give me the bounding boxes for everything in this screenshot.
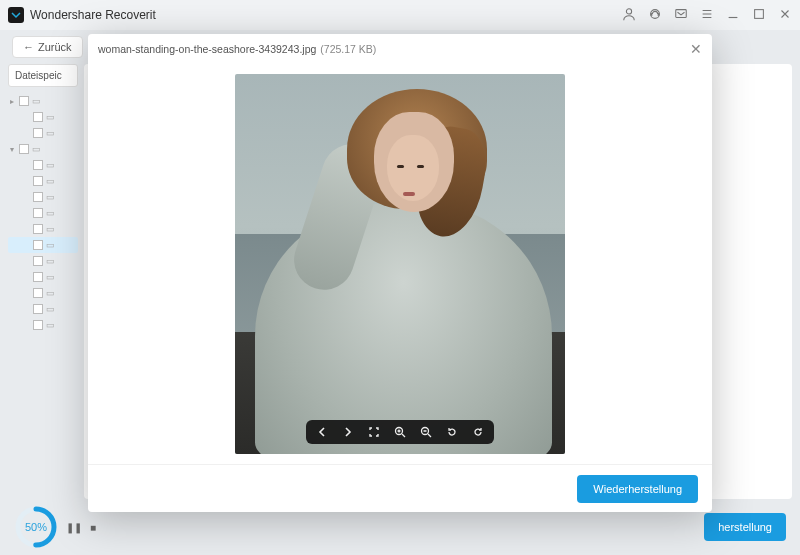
account-icon[interactable] — [622, 7, 636, 24]
feedback-icon[interactable] — [674, 7, 688, 24]
folder-icon: ▭ — [46, 288, 55, 298]
tree-row[interactable]: ▭ — [8, 189, 78, 205]
folder-icon: ▭ — [46, 208, 55, 218]
tree-row[interactable]: ▭ — [8, 285, 78, 301]
tree-row[interactable]: ▭ — [8, 157, 78, 173]
folder-icon: ▭ — [46, 160, 55, 170]
back-button[interactable]: ← Zurück — [12, 36, 83, 58]
close-window-icon[interactable] — [778, 7, 792, 24]
svg-rect-3 — [658, 13, 660, 16]
minimize-icon[interactable] — [726, 7, 740, 24]
folder-icon: ▭ — [46, 272, 55, 282]
recover-button[interactable]: Wiederherstellung — [577, 475, 698, 503]
scan-progress-ring: 50% — [14, 505, 58, 549]
progress-percent: 50 — [25, 521, 37, 533]
preview-filesize: (725.17 KB) — [320, 43, 376, 55]
menu-icon[interactable] — [700, 7, 714, 24]
back-label: Zurück — [38, 41, 72, 53]
preview-modal: woman-standing-on-the-seashore-3439243.j… — [88, 34, 712, 512]
close-preview-icon[interactable]: ✕ — [690, 41, 702, 57]
folder-icon: ▭ — [46, 192, 55, 202]
tree-row[interactable]: ▭ — [8, 109, 78, 125]
svg-point-0 — [626, 8, 631, 13]
folder-icon: ▭ — [46, 112, 55, 122]
maximize-icon[interactable] — [752, 7, 766, 24]
tree-row[interactable]: ▭ — [8, 237, 78, 253]
row-checkbox[interactable] — [33, 128, 43, 138]
tree-row[interactable]: ▭ — [8, 269, 78, 285]
svg-rect-2 — [651, 13, 653, 16]
svg-rect-4 — [676, 9, 687, 17]
app-title: Wondershare Recoverit — [30, 8, 156, 22]
row-checkbox[interactable] — [33, 256, 43, 266]
expand-arrow-icon[interactable]: ▸ — [10, 97, 16, 106]
zoom-out-icon[interactable] — [420, 426, 432, 438]
file-tree: ▸▭▭▭▾▭▭▭▭▭▭▭▭▭▭▭▭ — [8, 89, 78, 499]
folder-icon: ▭ — [46, 176, 55, 186]
stop-scan-icon[interactable]: ■ — [90, 522, 96, 533]
sidebar-tab[interactable]: Dateispeic — [8, 64, 78, 87]
tree-row[interactable]: ▭ — [8, 317, 78, 333]
row-checkbox[interactable] — [33, 320, 43, 330]
fullscreen-icon[interactable] — [368, 426, 380, 438]
preview-header: woman-standing-on-the-seashore-3439243.j… — [88, 34, 712, 64]
row-checkbox[interactable] — [33, 272, 43, 282]
folder-icon: ▭ — [32, 96, 41, 106]
folder-icon: ▭ — [32, 144, 41, 154]
rotate-left-icon[interactable] — [446, 426, 458, 438]
folder-icon: ▭ — [46, 256, 55, 266]
tree-row[interactable]: ▭ — [8, 253, 78, 269]
row-checkbox[interactable] — [33, 288, 43, 298]
row-checkbox[interactable] — [33, 192, 43, 202]
row-checkbox[interactable] — [33, 304, 43, 314]
prev-image-icon[interactable] — [316, 426, 328, 438]
row-checkbox[interactable] — [19, 96, 29, 106]
support-icon[interactable] — [648, 7, 662, 24]
tree-row[interactable]: ▭ — [8, 221, 78, 237]
preview-filename: woman-standing-on-the-seashore-3439243.j… — [98, 43, 316, 55]
row-checkbox[interactable] — [33, 208, 43, 218]
row-checkbox[interactable] — [33, 176, 43, 186]
tree-row[interactable]: ▭ — [8, 205, 78, 221]
app-logo-icon — [8, 7, 24, 23]
row-checkbox[interactable] — [33, 240, 43, 250]
image-toolbar — [306, 420, 494, 444]
photo-content — [235, 74, 565, 454]
preview-footer: Wiederherstellung — [88, 464, 712, 512]
tree-row[interactable]: ▸▭ — [8, 93, 78, 109]
next-image-icon[interactable] — [342, 426, 354, 438]
pause-scan-icon[interactable]: ❚❚ — [66, 522, 82, 533]
tree-row[interactable]: ▾▭ — [8, 141, 78, 157]
tree-row[interactable]: ▭ — [8, 173, 78, 189]
folder-icon: ▭ — [46, 128, 55, 138]
titlebar: Wondershare Recoverit — [0, 0, 800, 30]
folder-icon: ▭ — [46, 304, 55, 314]
tree-row[interactable]: ▭ — [8, 301, 78, 317]
tree-row[interactable]: ▭ — [8, 125, 78, 141]
svg-rect-5 — [755, 9, 764, 18]
sidebar: Dateispeic ▸▭▭▭▾▭▭▭▭▭▭▭▭▭▭▭▭ — [8, 64, 78, 499]
folder-icon: ▭ — [46, 240, 55, 250]
folder-icon: ▭ — [46, 320, 55, 330]
progress-unit: % — [37, 521, 47, 533]
row-checkbox[interactable] — [19, 144, 29, 154]
recover-button-main[interactable]: herstellung — [704, 513, 786, 541]
preview-image — [235, 74, 565, 454]
row-checkbox[interactable] — [33, 160, 43, 170]
folder-icon: ▭ — [46, 224, 55, 234]
rotate-right-icon[interactable] — [472, 426, 484, 438]
expand-arrow-icon[interactable]: ▾ — [10, 145, 16, 154]
arrow-left-icon: ← — [23, 41, 34, 53]
row-checkbox[interactable] — [33, 224, 43, 234]
row-checkbox[interactable] — [33, 112, 43, 122]
zoom-in-icon[interactable] — [394, 426, 406, 438]
preview-body — [88, 64, 712, 464]
